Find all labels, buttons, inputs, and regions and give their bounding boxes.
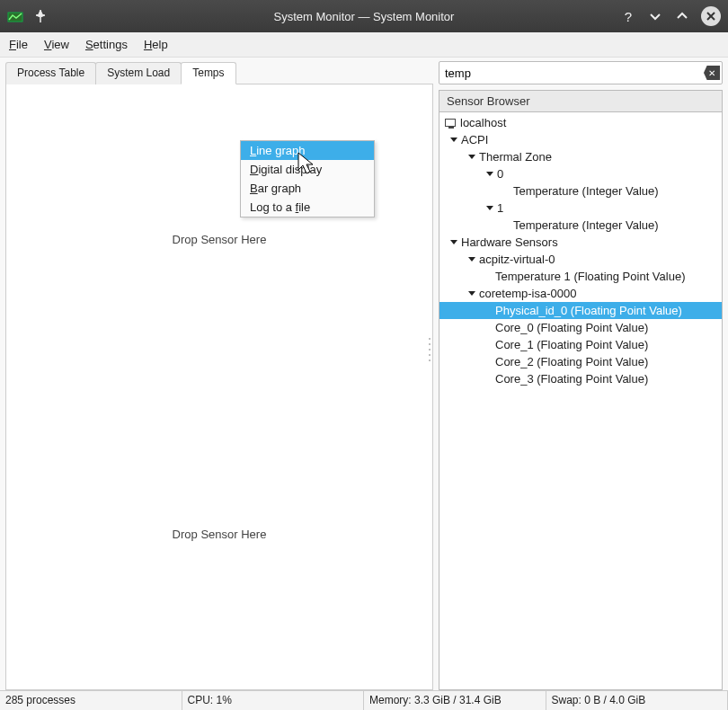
search-input[interactable] bbox=[445, 67, 704, 80]
context-digital-display[interactable]: Digital display bbox=[241, 160, 374, 179]
tab-bar: Process Table System Load Temps bbox=[5, 61, 433, 84]
sensor-tree: localhost ACPI Thermal Zone 0 Temperatur… bbox=[439, 111, 723, 690]
window-title: System Monitor — System Monitor bbox=[0, 10, 728, 23]
context-menu: Line graph Digital display Bar graph Log… bbox=[240, 140, 375, 217]
context-bar-graph[interactable]: Bar graph bbox=[241, 179, 374, 198]
tree-thermal-zone[interactable]: Thermal Zone bbox=[439, 148, 722, 165]
context-line-graph[interactable]: Line graph bbox=[241, 141, 374, 160]
status-bar: 285 processes CPU: 1% Memory: 3.3 GiB / … bbox=[0, 690, 728, 710]
tree-hw-sensors[interactable]: Hardware Sensors bbox=[439, 234, 722, 251]
tree-core-2[interactable]: Core_2 (Floating Point Value) bbox=[439, 353, 722, 370]
tree-core-1[interactable]: Core_1 (Floating Point Value) bbox=[439, 336, 722, 353]
tree-coretemp[interactable]: coretemp-isa-0000 bbox=[439, 285, 722, 302]
context-log-to-file[interactable]: Log to a file bbox=[241, 198, 374, 217]
tab-process-table[interactable]: Process Table bbox=[5, 62, 96, 84]
tree-core-3[interactable]: Core_3 (Floating Point Value) bbox=[439, 370, 722, 387]
tab-temps[interactable]: Temps bbox=[181, 62, 235, 84]
tree-physical-id-0[interactable]: Physical_id_0 (Floating Point Value) bbox=[439, 302, 722, 319]
drop-hint-1: Drop Sensor Here bbox=[6, 233, 432, 246]
tree-core-0[interactable]: Core_0 (Floating Point Value) bbox=[439, 319, 722, 336]
tree-zone-0[interactable]: 0 bbox=[439, 165, 722, 182]
menu-view[interactable]: View bbox=[44, 38, 69, 51]
status-swap: Swap: 0 B / 4.0 GiB bbox=[546, 691, 729, 710]
clear-search-button[interactable]: ✕ bbox=[704, 66, 720, 80]
drop-hint-2: Drop Sensor Here bbox=[6, 528, 432, 541]
menubar: File View Settings Help bbox=[0, 32, 728, 58]
status-memory: Memory: 3.3 GiB / 31.4 GiB bbox=[363, 691, 546, 710]
search-row: ✕ bbox=[439, 61, 723, 84]
status-cpu: CPU: 1% bbox=[182, 691, 365, 710]
tree-zone-1[interactable]: 1 bbox=[439, 200, 722, 217]
help-icon[interactable]: ? bbox=[620, 8, 636, 24]
sensor-browser-header: Sensor Browser bbox=[439, 90, 723, 111]
close-button[interactable] bbox=[701, 6, 721, 26]
status-processes: 285 processes bbox=[0, 691, 182, 710]
app-icon bbox=[7, 8, 23, 24]
menu-settings[interactable]: Settings bbox=[85, 38, 128, 51]
pin-icon[interactable] bbox=[32, 8, 49, 24]
maximize-icon[interactable] bbox=[674, 8, 690, 24]
sensor-drop-area[interactable]: Drop Sensor Here Drop Sensor Here Line g… bbox=[5, 84, 433, 690]
menu-file[interactable]: File bbox=[9, 38, 28, 51]
tree-temp1-fp[interactable]: Temperature 1 (Floating Point Value) bbox=[439, 268, 722, 285]
tree-acpi[interactable]: ACPI bbox=[439, 131, 722, 148]
tree-zone-0-temp[interactable]: Temperature (Integer Value) bbox=[439, 182, 722, 200]
tree-zone-1-temp[interactable]: Temperature (Integer Value) bbox=[439, 217, 722, 234]
tab-system-load[interactable]: System Load bbox=[95, 62, 182, 84]
splitter-handle[interactable] bbox=[427, 336, 432, 363]
titlebar: System Monitor — System Monitor ? bbox=[0, 0, 728, 32]
minimize-icon[interactable] bbox=[647, 8, 663, 24]
menu-help[interactable]: Help bbox=[144, 38, 168, 51]
tree-localhost[interactable]: localhost bbox=[439, 114, 722, 131]
tree-acpitz[interactable]: acpitz-virtual-0 bbox=[439, 251, 722, 268]
